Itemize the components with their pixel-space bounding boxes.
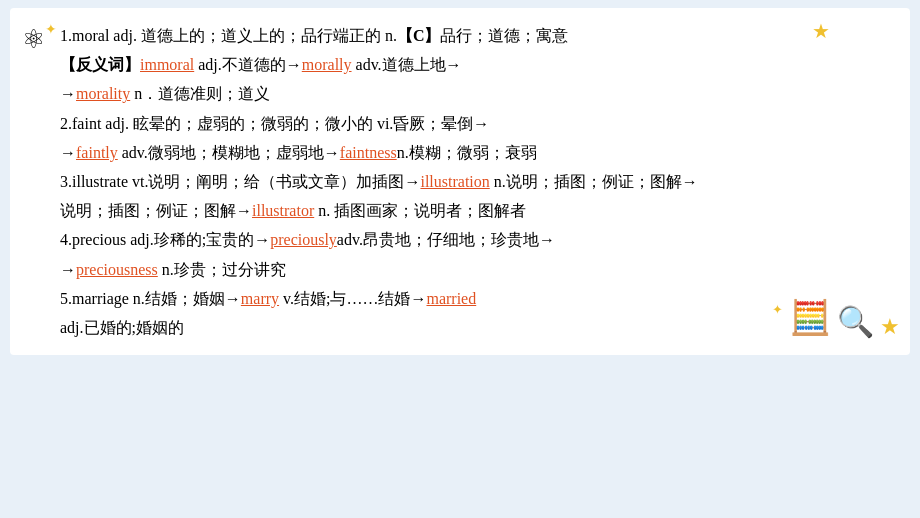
big-star-icon: ★ [880,308,900,345]
abacus-icon: 🧮 [789,289,831,347]
entry4-pos1: adj.珍稀的;宝贵的→ [130,231,270,248]
entry2-pos2text: 昏厥；晕倒→ [393,115,489,132]
entry4-connector1: adv.昂贵地；仔细地；珍贵地→ [337,231,555,248]
entry4-base: precious [72,231,126,248]
bottom-right-deco: ✦ 🧮 🔍 ★ [772,289,900,347]
entry2-connector2: n.模糊；微弱；衰弱 [397,144,537,161]
entry2-faintly: faintly [76,144,118,161]
entry4-connector2: n.珍贵；过分讲究 [162,261,286,278]
entry5-pos1: n.结婚；婚姻→ [133,290,241,307]
entry3-connector1: n.说明；插图；例证；图解→ [494,173,698,190]
entry1-pos1: adj. 道德上的；道义上的；品行端正的 [113,27,381,44]
entry5-base: marriage [72,290,129,307]
entry-4: 4.precious adj.珍稀的;宝贵的→preciouslyadv.昂贵地… [60,226,892,253]
entry5-prefix: 5. [60,290,72,307]
entry1-morality: morality [76,85,130,102]
entry-2-line2: →faintly adv.微弱地；模糊地；虚弱地→faintnessn.模糊；微… [60,139,892,166]
entry3-illustrator: illustrator [252,202,314,219]
content-area: 1.moral adj. 道德上的；道义上的；品行端正的 n.【C】品行；道德；… [60,20,892,341]
entry2-base: faint [72,115,101,132]
entry-1: 1.moral adj. 道德上的；道义上的；品行端正的 n.【C】品行；道德；… [60,22,892,49]
entry-3-line2: 说明；插图；例证；图解→illustrator n. 插图画家；说明者；图解者 [60,197,892,224]
entry1-antonym-label: 【反义词】 [60,56,140,73]
entry5-marry: marry [241,290,279,307]
entry4-preciousness: preciousness [76,261,158,278]
entry1-immoral: immoral [140,56,194,73]
entry5-married: married [426,290,476,307]
entry-2: 2.faint adj. 眩晕的；虚弱的；微弱的；微小的 vi.昏厥；晕倒→ [60,110,892,137]
magnify-icon: 🔍 [837,296,874,347]
entry3-connector2: n. 插图画家；说明者；图解者 [318,202,526,219]
entry-4-line2: →preciousness n.珍贵；过分讲究 [60,256,892,283]
entry1-connector1: adj.不道德的→ [198,56,302,73]
entry2-pos2: vi. [377,115,393,132]
entry3-illustration: illustration [420,173,489,190]
entry1-base: moral [72,27,109,44]
small-star-icon: ✦ [772,299,783,321]
entry-3: 3.illustrate vt.说明；阐明；给（书或文章）加插图→illustr… [60,168,892,195]
entry1-bracket: 【C】 [397,27,441,44]
entry1-connector2: adv.道德上地→ [356,56,462,73]
entry3-pos1: vt.说明；阐明；给（书或文章）加插图→ [132,173,420,190]
entry1-pos2: n. [385,27,397,44]
main-content: ⚛✦ 1.moral adj. 道德上的；道义上的；品行端正的 n.【C】品行；… [10,8,910,355]
entry-5-line2: adj.已婚的;婚姻的 [60,314,892,341]
entry2-faintness: faintness [340,144,397,161]
top-right-star: ★ [812,14,830,48]
entry3-connector1b: 说明；插图；例证；图解→ [60,202,252,219]
entry1-morally: morally [302,56,352,73]
entry1-connector3: n．道德准则；道义 [134,85,270,102]
entry1-pos2text: 品行；道德；寓意 [440,27,568,44]
entry2-prefix: 2. [60,115,72,132]
entry5-connector2: adj.已婚的;婚姻的 [60,319,184,336]
entry1-prefix: 1. [60,27,72,44]
entry-1-line2: 【反义词】immoral adj.不道德的→morally adv.道德上地→ [60,51,892,78]
entry3-base: illustrate [72,173,128,190]
entry3-prefix: 3. [60,173,72,190]
entry4-preciously: preciously [270,231,337,248]
atom-icon: ⚛✦ [22,18,57,62]
entry5-connector1: v.结婚;与……结婚→ [283,290,426,307]
entry-1-line3: →morality n．道德准则；道义 [60,80,892,107]
entry2-pos1: adj. 眩晕的；虚弱的；微弱的；微小的 [105,115,373,132]
entry2-connector1: adv.微弱地；模糊地；虚弱地→ [122,144,340,161]
entry-5: 5.marriage n.结婚；婚姻→marry v.结婚;与……结婚→marr… [60,285,892,312]
entry4-prefix: 4. [60,231,72,248]
